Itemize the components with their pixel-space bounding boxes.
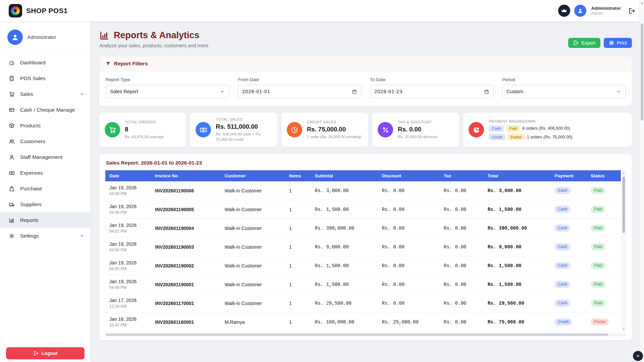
row-date: Jan 19, 2026 [109,185,148,190]
cell-customer: Walk-in Customer [221,294,286,313]
sidebar-item-sales[interactable]: Sales [0,86,91,102]
scroll-to-bottom-button[interactable] [633,351,643,361]
cell-customer: Walk-in Customer [221,219,286,238]
scroll-down-arrow[interactable]: ▼ [622,328,626,330]
sidebar-item-customers[interactable]: Customers [0,133,91,149]
cell-items: 1 [286,256,312,275]
cell-items: 1 [286,275,312,294]
sidebar-item-dashboard[interactable]: Dashboard [0,55,91,70]
cell-invoice: INV202601170001 [152,294,221,313]
status-badge: Paid [591,225,605,232]
page-title: Reports & Analytics [99,30,209,41]
cell-items: 1 [286,181,312,200]
sidebar-item-cash-cheque-manage[interactable]: Cash / Cheque Manage [0,102,91,118]
export-button[interactable]: Export [568,38,600,48]
table-row[interactable]: Jan 19, 202604:50 PMINV202601190003Walk-… [105,238,621,256]
cell-items: 1 [286,238,312,256]
column-header-payment: Payment [551,170,587,181]
user-avatar[interactable] [574,5,586,17]
sidebar-item-staff-management[interactable]: Staff Management [0,149,91,165]
table-row[interactable]: Jan 19, 202604:50 PMINV202601190002Walk-… [105,256,621,275]
sidebar-item-settings[interactable]: Settings [0,228,91,244]
payment-badge: Cash [554,300,571,307]
cell-status: Partial [587,313,621,331]
table-row[interactable]: Jan 16, 202610:47 PMINV202601160001M.Ram… [105,313,621,331]
scrollbar-thumb[interactable] [641,23,643,121]
page-scrollbar[interactable]: ▲ ▼ [639,0,644,362]
cell-items: 1 [286,294,312,313]
sidebar-item-suppliers[interactable]: Suppliers [0,196,91,212]
header-actions: Export Print [568,38,632,48]
sign-out-button[interactable] [628,7,635,14]
scrollbar-thumb[interactable] [623,177,625,233]
cell-discount: Rs. 0.00 [379,200,440,219]
logout-button[interactable]: Logout [6,347,85,359]
cell-tax: Rs. 0.00 [440,200,484,219]
app-logo [9,4,22,17]
filter-label: Period [502,77,626,82]
cell-customer: Walk-in Customer [221,181,286,200]
sidebar-item-pos-sales[interactable]: POS Sales [0,70,91,86]
row-time: 04:59 PM [109,191,148,196]
cell-customer: Walk-in Customer [221,275,286,294]
table-row[interactable]: Jan 19, 202604:58 PMINV202601190005Walk-… [105,200,621,219]
to-date-input[interactable]: 2026-01-23 [370,85,493,98]
crown-button[interactable] [558,5,570,17]
chevron-down-icon [79,92,85,97]
stats-row: TOTAL ORDERS8Rs. 63,875.00 averageTOTAL … [99,113,632,147]
filter-label: To Date [370,77,493,82]
status-badge: Paid [591,262,605,269]
report-filters-body: Report TypeSales ReportFrom Date2026-01-… [99,71,632,106]
scrollbar-thumb[interactable] [106,334,608,336]
column-header-discount: Discount [379,170,440,181]
table-vertical-scrollbar[interactable]: ▲ ▼ [622,170,626,331]
filter-field-period: PeriodCustom [502,77,626,98]
filter-label: From Date [238,77,361,82]
scroll-up-arrow[interactable]: ▲ [640,1,644,4]
sidebar-item-purchase[interactable]: Purchase [0,181,91,196]
stat-value: Rs. 0.00 [398,126,437,133]
brand[interactable]: SHOP POS1 [9,4,68,17]
pie-chart-icon [469,122,484,137]
table-row[interactable]: Jan 19, 202604:49 PMINV202601190001Walk-… [105,275,621,294]
row-time: 04:52 PM [109,229,148,234]
control-value: 2026-01-01 [242,89,270,94]
sidebar-item-expenses[interactable]: Expenses [0,165,91,181]
export-label: Export [581,40,595,46]
sidebar-item-label: Sales [20,91,33,97]
print-label: Print [617,40,627,46]
report-filters-header[interactable]: Report Filters [99,56,632,71]
cell-total: Rs. 1,500.00 [484,200,551,219]
row-time: 04:58 PM [109,210,148,215]
chevron-down-icon [635,353,641,359]
row-time: 12:16 AM [109,304,148,309]
scroll-up-arrow[interactable]: ▲ [622,172,626,174]
table-row[interactable]: Jan 17, 202612:16 AMINV202601170001Walk-… [105,294,621,313]
sidebar-item-label: Customers [20,138,45,144]
sidebar-item-reports[interactable]: Reports [0,212,91,228]
card-icon [9,107,15,113]
cell-customer: Walk-in Customer [221,256,286,275]
calculator-icon [9,75,15,81]
percent-icon [378,122,393,137]
table-row[interactable]: Jan 19, 202604:52 PMINV202601190004Walk-… [105,219,621,238]
from-date-input[interactable]: 2026-01-01 [238,85,361,98]
sidebar-item-label: Reports [20,217,38,223]
row-date: Jan 19, 2026 [109,223,148,228]
clock-icon [287,122,302,137]
period-select[interactable]: Custom [502,85,626,98]
cell-status: Paid [587,200,621,219]
cell-subtotal: Rs. 390,000.00 [312,219,379,238]
cell-discount: Rs. 0.00 [379,294,440,313]
export-icon [573,40,579,46]
table-horizontal-scrollbar[interactable] [105,333,626,336]
breakdown-text: 6 orders (Rs. 406,500.00) [522,126,570,131]
cell-total: Rs. 9,000.00 [484,238,551,256]
stat-label: TAX & DISCOUNT [398,120,437,124]
main-content: Reports & Analytics Analyze your sales, … [91,21,639,362]
table-row[interactable]: Jan 19, 202604:59 PMINV202601190006Walk-… [105,181,621,200]
print-button[interactable]: Print [604,38,632,48]
sidebar-item-products[interactable]: Products [0,118,91,133]
sidebar-profile-name: Administrator [28,35,56,40]
report-type-select[interactable]: Sales Report [106,85,229,98]
